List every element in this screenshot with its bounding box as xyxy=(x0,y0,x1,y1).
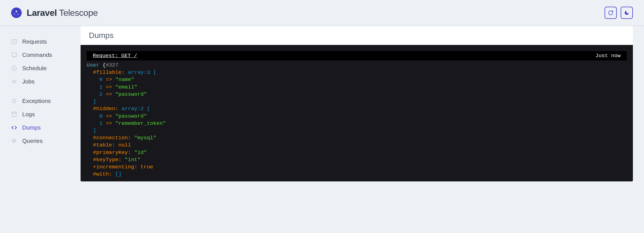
logs-icon xyxy=(11,111,17,117)
brand-name-strong: Laravel xyxy=(27,8,57,18)
svg-rect-1 xyxy=(12,53,17,57)
brand-name-light: Telescope xyxy=(59,8,98,18)
sidebar-item-label: Exceptions xyxy=(22,98,51,104)
sidebar-item-dumps[interactable]: Dumps xyxy=(11,121,75,134)
svg-line-10 xyxy=(15,99,16,99)
svg-point-7 xyxy=(13,100,16,103)
sidebar-item-label: Commands xyxy=(22,52,52,58)
commands-icon xyxy=(11,52,17,58)
jobs-icon xyxy=(11,78,17,85)
sidebar-item-queries[interactable]: Queries xyxy=(11,134,75,148)
dark-mode-button[interactable] xyxy=(621,7,633,19)
sidebar-item-label: Queries xyxy=(22,138,43,144)
main-content: Dumps Request: GET / Just now User {#327… xyxy=(81,26,644,181)
brand-text: Laravel Telescope xyxy=(27,8,98,18)
header-actions xyxy=(605,7,633,19)
svg-line-9 xyxy=(13,99,13,99)
sidebar-nav: Requests Commands Schedule Jobs Excep xyxy=(0,26,81,181)
queries-icon xyxy=(11,138,17,144)
sidebar-item-schedule[interactable]: Schedule xyxy=(11,62,75,75)
moon-icon xyxy=(624,10,630,16)
sidebar-item-label: Logs xyxy=(22,111,35,118)
schedule-icon xyxy=(11,65,17,71)
dump-header: Request: GET / Just now xyxy=(87,51,627,60)
sidebar-divider xyxy=(11,88,75,94)
app-header: Laravel Telescope xyxy=(0,0,644,26)
refresh-button[interactable] xyxy=(605,7,617,19)
sidebar-item-commands[interactable]: Commands xyxy=(11,48,75,62)
svg-rect-0 xyxy=(12,40,17,44)
refresh-icon xyxy=(608,10,613,16)
svg-rect-14 xyxy=(12,112,16,113)
sidebar-item-label: Dumps xyxy=(22,124,41,131)
telescope-logo-icon xyxy=(11,7,22,18)
dump-output: User {#327 #fillable: array:3 [ 0 => "na… xyxy=(81,60,633,181)
dump-time: Just now xyxy=(595,53,621,59)
requests-icon xyxy=(11,39,17,45)
brand: Laravel Telescope xyxy=(11,7,98,18)
dumps-icon xyxy=(11,125,17,131)
dump-source-link[interactable]: Request: GET / xyxy=(93,53,137,59)
sidebar-item-label: Schedule xyxy=(22,65,47,72)
sidebar-item-exceptions[interactable]: Exceptions xyxy=(11,94,75,108)
sidebar-item-label: Requests xyxy=(22,38,47,45)
sidebar-item-requests[interactable]: Requests xyxy=(11,35,75,48)
panel-title: Dumps xyxy=(81,26,633,45)
sidebar-item-label: Jobs xyxy=(22,78,34,85)
sidebar-item-logs[interactable]: Logs xyxy=(11,108,75,121)
svg-rect-13 xyxy=(12,112,16,117)
dump-panel: Request: GET / Just now User {#327 #fill… xyxy=(81,45,633,181)
exceptions-icon xyxy=(11,98,17,104)
sidebar-item-jobs[interactable]: Jobs xyxy=(11,75,75,88)
